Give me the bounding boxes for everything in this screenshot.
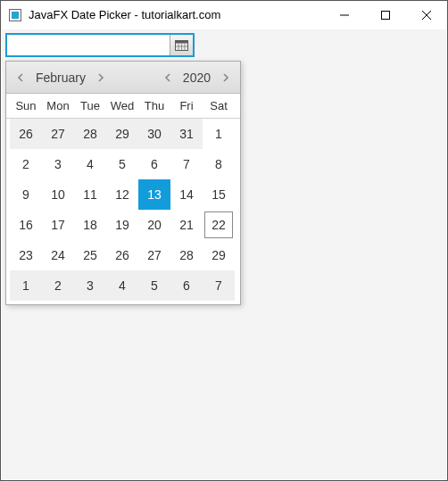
calendar-icon	[175, 39, 188, 51]
day-cell[interactable]: 18	[74, 210, 106, 240]
day-of-week-label: Sat	[203, 99, 235, 112]
content-root: February 2020	[5, 33, 195, 57]
svg-rect-3	[382, 11, 390, 19]
titlebar: JavaFX Date Picker - tutorialkart.com	[1, 1, 447, 29]
day-cell[interactable]: 14	[170, 179, 203, 210]
prev-month-button[interactable]	[12, 65, 29, 90]
day-cell[interactable]: 7	[203, 270, 235, 301]
day-cell[interactable]: 4	[74, 149, 106, 179]
day-cell[interactable]: 3	[74, 270, 106, 301]
month-year-header: February 2020	[6, 62, 240, 94]
day-cell[interactable]: 5	[138, 270, 170, 301]
day-cell[interactable]: 22	[203, 210, 235, 240]
day-of-week-label: Mon	[42, 99, 74, 112]
chevron-left-icon	[164, 73, 171, 82]
day-cell[interactable]: 23	[10, 240, 42, 270]
day-cell[interactable]: 26	[10, 119, 42, 149]
date-picker-field	[5, 33, 195, 57]
day-cell[interactable]: 6	[138, 149, 170, 179]
app-window: JavaFX Date Picker - tutorialkart.com	[0, 0, 448, 481]
week-row: 2345678	[10, 149, 236, 179]
day-cell[interactable]: 9	[10, 179, 42, 210]
day-cell[interactable]: 2	[42, 270, 74, 301]
week-row: 2627282930311	[10, 119, 236, 149]
day-cell[interactable]: 27	[42, 119, 74, 149]
show-calendar-button[interactable]	[170, 35, 193, 55]
window-title: JavaFX Date Picker - tutorialkart.com	[29, 8, 324, 21]
day-cell[interactable]: 7	[170, 149, 203, 179]
day-cell[interactable]: 2	[10, 149, 42, 179]
day-of-week-label: Thu	[138, 99, 170, 112]
day-cell[interactable]: 28	[170, 240, 203, 270]
day-cell[interactable]: 24	[42, 240, 74, 270]
day-cell[interactable]: 5	[106, 149, 138, 179]
client-area: February 2020	[2, 29, 446, 479]
svg-rect-1	[12, 12, 19, 19]
day-cell[interactable]: 20	[138, 210, 170, 240]
day-cell[interactable]: 11	[74, 179, 106, 210]
app-icon	[8, 8, 22, 22]
day-of-week-label: Tue	[74, 99, 106, 112]
day-cell[interactable]: 30	[138, 119, 170, 149]
day-cell[interactable]: 21	[170, 210, 203, 240]
day-of-week-label: Wed	[106, 99, 138, 112]
next-month-button[interactable]	[92, 65, 110, 90]
next-year-button[interactable]	[217, 65, 235, 90]
minimize-button[interactable]	[324, 1, 365, 29]
close-button[interactable]	[406, 1, 447, 29]
day-cell[interactable]: 29	[203, 240, 235, 270]
chevron-left-icon	[17, 73, 24, 82]
day-cell[interactable]: 12	[106, 179, 138, 210]
day-cell[interactable]: 27	[138, 240, 170, 270]
chevron-right-icon	[97, 73, 104, 82]
week-row: 23242526272829	[10, 240, 236, 270]
week-row: 16171819202122	[10, 210, 236, 240]
day-cell[interactable]: 1	[10, 270, 42, 301]
day-cell[interactable]: 17	[42, 210, 74, 240]
svg-rect-7	[176, 41, 188, 44]
day-cell[interactable]: 29	[106, 119, 138, 149]
week-row: 1234567	[10, 270, 236, 301]
day-cell[interactable]: 15	[203, 179, 235, 210]
week-row: 9101112131415	[10, 179, 236, 210]
day-cell[interactable]: 31	[170, 119, 203, 149]
day-of-week-row: SunMonTueWedThuFriSat	[6, 94, 240, 119]
day-cell[interactable]: 8	[203, 149, 235, 179]
month-label: February	[33, 70, 88, 85]
calendar-popup: February 2020	[5, 61, 241, 305]
maximize-button[interactable]	[365, 1, 406, 29]
day-cell[interactable]: 19	[106, 210, 138, 240]
prev-year-button[interactable]	[159, 65, 177, 90]
day-of-week-label: Sun	[10, 99, 42, 112]
day-cell[interactable]: 6	[170, 270, 203, 301]
day-cell[interactable]: 13	[138, 179, 170, 210]
day-cell[interactable]: 16	[10, 210, 42, 240]
day-cell[interactable]: 25	[74, 240, 106, 270]
chevron-right-icon	[222, 73, 229, 82]
date-input[interactable]	[7, 35, 170, 55]
day-cell[interactable]: 1	[203, 119, 235, 149]
day-cell[interactable]: 3	[42, 149, 74, 179]
day-cell[interactable]: 10	[42, 179, 74, 210]
calendar-grid: 2627282930311234567891011121314151617181…	[6, 119, 240, 304]
day-cell[interactable]: 28	[74, 119, 106, 149]
day-cell[interactable]: 26	[106, 240, 138, 270]
day-cell[interactable]: 4	[106, 270, 138, 301]
year-label: 2020	[180, 70, 213, 85]
day-of-week-label: Fri	[170, 99, 203, 112]
